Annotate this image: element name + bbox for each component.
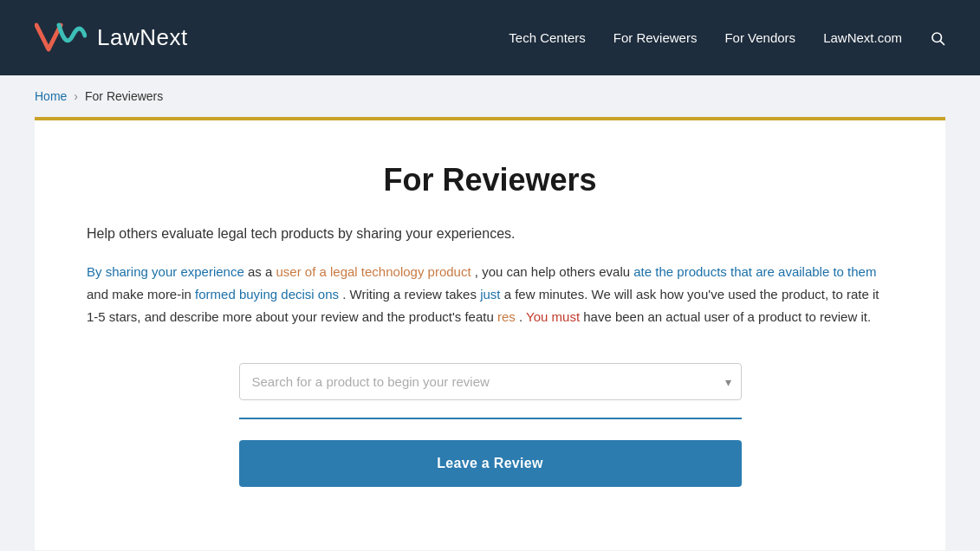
text-you-must: You must [526, 309, 580, 324]
text-as: as a [248, 264, 276, 279]
nav-lawnext-com[interactable]: LawNext.com [823, 30, 902, 45]
svg-line-1 [940, 41, 944, 44]
search-underline [239, 418, 742, 419]
text-writing: . Writing a review takes [342, 287, 480, 301]
product-search-input[interactable] [239, 363, 742, 400]
leave-review-button[interactable]: Leave a Review [239, 440, 742, 487]
text-you: . [519, 309, 526, 324]
text-and: and make more-in [87, 287, 191, 301]
logo-icon [35, 18, 87, 57]
text-ons: ons [318, 287, 339, 301]
body-paragraph: By sharing your experience as a user of … [87, 261, 893, 329]
text-just: just [480, 287, 500, 301]
nav-for-vendors[interactable]: For Vendors [724, 30, 795, 45]
text-ate: ate the products that are available to t… [633, 264, 876, 279]
intro-text-content: Help others evaluate legal tech products… [87, 226, 516, 241]
page-title: For Reviewers [87, 162, 893, 198]
breadcrumb: Home › For Reviewers [0, 75, 980, 117]
text-have: have been an actual user of a product to… [583, 309, 871, 324]
site-header: LawNext Tech Centers For Reviewers For V… [0, 0, 980, 75]
nav-tech-centers[interactable]: Tech Centers [509, 30, 585, 45]
main-nav: Tech Centers For Reviewers For Vendors L… [509, 30, 945, 46]
text-user: user of a legal technology product [276, 264, 471, 279]
intro-paragraph: Help others evaluate legal tech products… [87, 223, 893, 245]
logo-container: LawNext [35, 18, 188, 57]
nav-for-reviewers[interactable]: For Reviewers [613, 30, 698, 45]
main-content: For Reviewers Help others evaluate legal… [35, 117, 945, 550]
breadcrumb-separator: › [74, 89, 78, 103]
text-comma: , you can help others evalu [475, 264, 630, 279]
text-by: By sharing your experience [87, 264, 244, 279]
logo-text: LawNext [97, 24, 188, 51]
search-container: ▾ [239, 363, 742, 400]
review-button-container: Leave a Review [239, 440, 742, 487]
text-formed: formed buying decisi [195, 287, 315, 301]
breadcrumb-home[interactable]: Home [35, 89, 67, 103]
text-res: res [497, 309, 516, 324]
breadcrumb-current: For Reviewers [85, 89, 163, 103]
search-icon[interactable] [930, 30, 945, 46]
